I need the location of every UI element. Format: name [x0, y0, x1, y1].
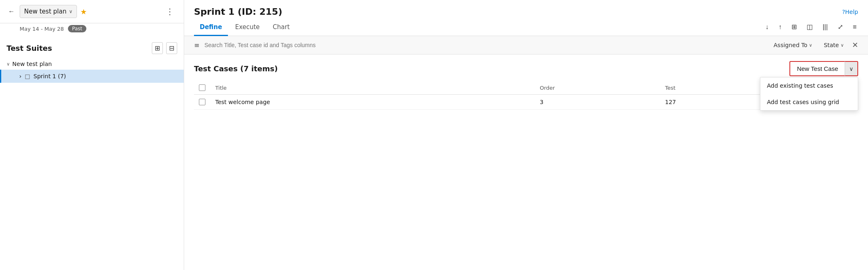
state-label: State: [824, 42, 839, 48]
more-options-button[interactable]: ⋮: [162, 5, 177, 18]
tree-child-item-sprint1[interactable]: › □ Sprint 1 (7): [0, 70, 184, 83]
tab-execute[interactable]: Execute: [230, 20, 266, 36]
sidebar: ← New test plan ∨ ★ ⋮ May 14 - May 28 Pa…: [0, 0, 184, 270]
add-suite-button[interactable]: ⊞: [152, 42, 163, 54]
search-close-button[interactable]: ✕: [852, 41, 858, 50]
table-header-row: Test Cases (7 items) New Test Case ∨ Add…: [194, 61, 858, 76]
new-test-case-dropdown-menu: Add existing test cases Add test cases u…: [760, 77, 858, 111]
expand-button[interactable]: ⤢: [836, 21, 845, 32]
tab-chart[interactable]: Chart: [267, 20, 295, 36]
back-button[interactable]: ←: [7, 6, 16, 17]
tab-toolbar: ↓ ↑ ⊞ ◫ ||| ⤢ ≡: [764, 21, 858, 36]
suite-actions: ⊞ ⊟: [152, 42, 177, 54]
row-checkbox-cell: [194, 95, 210, 110]
tree-child-label: Sprint 1 (7): [34, 73, 66, 79]
test-suites-title: Test Suites: [7, 44, 52, 52]
test-suites-section-header: Test Suites ⊞ ⊟: [0, 36, 184, 58]
col-header-test: Test: [660, 81, 764, 95]
tab-define[interactable]: Define: [194, 20, 228, 36]
favorite-star-icon[interactable]: ★: [80, 7, 87, 16]
tree-root-label: New test plan: [12, 61, 52, 67]
plan-selector[interactable]: New test plan ∨: [20, 5, 77, 18]
plan-name-label: New test plan: [24, 8, 66, 15]
plan-chevron-icon: ∨: [69, 9, 72, 14]
new-test-case-dropdown-button[interactable]: ∨: [845, 61, 858, 76]
search-input[interactable]: [204, 42, 765, 48]
tree-root-item[interactable]: ∨ New test plan: [0, 58, 184, 70]
col-header-checkbox: [194, 81, 210, 95]
date-range-row: May 14 - May 28 Past: [0, 23, 184, 36]
filter-view-button[interactable]: ≡: [851, 22, 858, 32]
main-content: Sprint 1 (ID: 215) ?Help Define Execute …: [184, 0, 868, 270]
row-title-cell: Test welcome page: [210, 95, 535, 110]
upload-button[interactable]: ↑: [777, 22, 783, 32]
select-all-checkbox[interactable]: [199, 84, 205, 91]
tree-child-chevron-icon: ›: [19, 73, 22, 79]
sprint-title: Sprint 1 (ID: 215): [194, 7, 282, 17]
panel-view-button[interactable]: ◫: [805, 21, 814, 32]
row-test-cell: 127: [660, 95, 764, 110]
search-filter-icon[interactable]: ≡: [194, 41, 199, 49]
date-range-label: May 14 - May 28: [20, 26, 64, 32]
table-title: Test Cases (7 items): [194, 64, 278, 73]
folder-icon: □: [25, 73, 30, 79]
state-dropdown[interactable]: State ∨: [821, 40, 847, 50]
grid-view-button[interactable]: ⊞: [790, 21, 798, 32]
columns-button[interactable]: |||: [821, 22, 829, 32]
assigned-to-chevron-icon: ∨: [809, 43, 812, 48]
tab-bar: Define Execute Chart ↓ ↑ ⊞ ◫ ||| ⤢ ≡: [184, 20, 868, 36]
new-test-case-wrapper: New Test Case ∨ Add existing test cases …: [789, 61, 858, 76]
assigned-to-dropdown[interactable]: Assigned To ∨: [770, 40, 816, 50]
main-header: Sprint 1 (ID: 215) ?Help: [184, 0, 868, 17]
col-header-title: Title: [210, 81, 535, 95]
past-badge: Past: [68, 25, 86, 32]
dropdown-item-add-existing[interactable]: Add existing test cases: [760, 77, 858, 94]
remove-suite-button[interactable]: ⊟: [166, 42, 177, 54]
table-header: Title Order Test te: [194, 81, 858, 95]
new-test-case-button[interactable]: New Test Case: [789, 61, 845, 76]
table-row: Test welcome page 3 127 ign: [194, 95, 858, 110]
row-order-cell: 3: [535, 95, 660, 110]
help-link[interactable]: ?Help: [842, 9, 858, 15]
tree-root-chevron-icon: ∨: [7, 61, 10, 67]
sidebar-header: ← New test plan ∨ ★ ⋮: [0, 0, 184, 23]
dropdown-item-add-grid[interactable]: Add test cases using grid: [760, 94, 858, 110]
row-checkbox[interactable]: [199, 99, 205, 105]
search-row: ≡ Assigned To ∨ State ∨ ✕: [184, 36, 868, 54]
state-chevron-icon: ∨: [841, 43, 844, 48]
table-section: Test Cases (7 items) New Test Case ∨ Add…: [184, 54, 868, 270]
test-cases-table: Title Order Test te Test welcome page 3 …: [194, 81, 858, 110]
assigned-to-label: Assigned To: [773, 42, 807, 48]
col-header-order: Order: [535, 81, 660, 95]
download-button[interactable]: ↓: [764, 22, 770, 32]
